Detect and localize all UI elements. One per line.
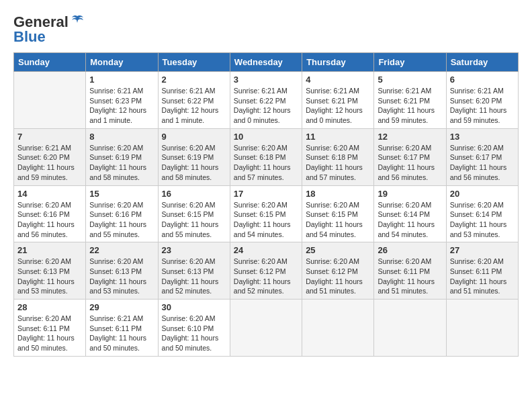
calendar-cell: 24Sunrise: 6:20 AMSunset: 6:12 PMDayligh…: [230, 242, 302, 300]
day-info: Sunrise: 6:20 AMSunset: 6:15 PMDaylight:…: [234, 200, 298, 240]
calendar-cell: 8Sunrise: 6:20 AMSunset: 6:19 PMDaylight…: [86, 128, 158, 185]
day-number: 10: [234, 132, 298, 142]
calendar-cell: 20Sunrise: 6:20 AMSunset: 6:14 PMDayligh…: [446, 185, 518, 242]
calendar-cell: 9Sunrise: 6:20 AMSunset: 6:19 PMDaylight…: [158, 128, 230, 185]
day-info: Sunrise: 6:21 AMSunset: 6:20 PMDaylight:…: [17, 143, 82, 183]
day-number: 19: [378, 189, 442, 199]
day-number: 25: [306, 245, 370, 255]
day-info: Sunrise: 6:20 AMSunset: 6:14 PMDaylight:…: [450, 200, 515, 240]
day-number: 15: [89, 189, 154, 199]
calendar-week-1: 1Sunrise: 6:21 AMSunset: 6:23 PMDaylight…: [14, 72, 519, 129]
day-number: 22: [89, 245, 154, 255]
day-number: 1: [89, 75, 154, 85]
calendar-week-4: 21Sunrise: 6:20 AMSunset: 6:13 PMDayligh…: [14, 242, 519, 300]
calendar-week-3: 14Sunrise: 6:20 AMSunset: 6:16 PMDayligh…: [14, 185, 519, 242]
day-number: 18: [306, 189, 370, 199]
col-thursday: Thursday: [302, 53, 374, 72]
col-sunday: Sunday: [14, 53, 86, 72]
day-number: 2: [162, 75, 226, 85]
calendar-cell: 2Sunrise: 6:21 AMSunset: 6:22 PMDaylight…: [158, 72, 230, 129]
calendar-cell: 29Sunrise: 6:21 AMSunset: 6:11 PMDayligh…: [86, 300, 158, 357]
calendar-cell: 1Sunrise: 6:21 AMSunset: 6:23 PMDaylight…: [86, 72, 158, 129]
day-number: 6: [450, 75, 515, 85]
calendar-cell: [446, 300, 518, 357]
calendar-cell: 27Sunrise: 6:20 AMSunset: 6:11 PMDayligh…: [446, 242, 518, 300]
day-info: Sunrise: 6:20 AMSunset: 6:10 PMDaylight:…: [162, 314, 226, 353]
day-info: Sunrise: 6:21 AMSunset: 6:11 PMDaylight:…: [89, 314, 154, 353]
day-number: 7: [17, 132, 82, 142]
day-info: Sunrise: 6:20 AMSunset: 6:14 PMDaylight:…: [378, 200, 442, 240]
page-header: General Blue: [13, 13, 519, 46]
col-wednesday: Wednesday: [230, 53, 302, 72]
col-friday: Friday: [374, 53, 446, 72]
day-info: Sunrise: 6:20 AMSunset: 6:16 PMDaylight:…: [17, 200, 82, 240]
col-monday: Monday: [86, 53, 158, 72]
calendar-cell: 14Sunrise: 6:20 AMSunset: 6:16 PMDayligh…: [14, 185, 86, 242]
day-info: Sunrise: 6:21 AMSunset: 6:20 PMDaylight:…: [450, 86, 515, 126]
calendar-cell: 25Sunrise: 6:20 AMSunset: 6:12 PMDayligh…: [302, 242, 374, 300]
day-info: Sunrise: 6:20 AMSunset: 6:16 PMDaylight:…: [89, 200, 154, 240]
day-info: Sunrise: 6:20 AMSunset: 6:19 PMDaylight:…: [162, 143, 226, 183]
calendar-cell: [302, 300, 374, 357]
col-tuesday: Tuesday: [158, 53, 230, 72]
day-info: Sunrise: 6:20 AMSunset: 6:15 PMDaylight:…: [162, 200, 226, 240]
day-number: 16: [162, 189, 226, 199]
day-info: Sunrise: 6:20 AMSunset: 6:13 PMDaylight:…: [162, 257, 226, 296]
day-number: 24: [234, 245, 298, 255]
day-number: 30: [162, 302, 226, 312]
day-number: 27: [450, 245, 515, 255]
day-number: 13: [450, 132, 515, 142]
day-info: Sunrise: 6:20 AMSunset: 6:11 PMDaylight:…: [17, 314, 82, 353]
day-info: Sunrise: 6:21 AMSunset: 6:23 PMDaylight:…: [89, 86, 154, 126]
day-number: 21: [17, 245, 82, 255]
calendar-cell: 18Sunrise: 6:20 AMSunset: 6:15 PMDayligh…: [302, 185, 374, 242]
calendar-cell: 6Sunrise: 6:21 AMSunset: 6:20 PMDaylight…: [446, 72, 518, 129]
day-number: 23: [162, 245, 226, 255]
day-number: 29: [89, 302, 154, 312]
day-info: Sunrise: 6:20 AMSunset: 6:17 PMDaylight:…: [450, 143, 515, 183]
calendar-cell: 28Sunrise: 6:20 AMSunset: 6:11 PMDayligh…: [14, 300, 86, 357]
day-number: 17: [234, 189, 298, 199]
calendar-cell: 19Sunrise: 6:20 AMSunset: 6:14 PMDayligh…: [374, 185, 446, 242]
day-info: Sunrise: 6:21 AMSunset: 6:21 PMDaylight:…: [306, 86, 370, 126]
day-info: Sunrise: 6:20 AMSunset: 6:18 PMDaylight:…: [306, 143, 370, 183]
calendar-table: Sunday Monday Tuesday Wednesday Thursday…: [13, 52, 519, 357]
day-number: 5: [378, 75, 442, 85]
calendar-cell: [374, 300, 446, 357]
day-info: Sunrise: 6:20 AMSunset: 6:18 PMDaylight:…: [234, 143, 298, 183]
calendar-cell: 10Sunrise: 6:20 AMSunset: 6:18 PMDayligh…: [230, 128, 302, 185]
calendar-cell: [230, 300, 302, 357]
calendar-cell: 22Sunrise: 6:20 AMSunset: 6:13 PMDayligh…: [86, 242, 158, 300]
calendar-header-row: Sunday Monday Tuesday Wednesday Thursday…: [14, 53, 519, 72]
logo-bird-icon: [70, 13, 85, 28]
calendar-cell: 30Sunrise: 6:20 AMSunset: 6:10 PMDayligh…: [158, 300, 230, 357]
calendar-cell: 4Sunrise: 6:21 AMSunset: 6:21 PMDaylight…: [302, 72, 374, 129]
day-info: Sunrise: 6:20 AMSunset: 6:11 PMDaylight:…: [378, 257, 442, 296]
day-info: Sunrise: 6:20 AMSunset: 6:13 PMDaylight:…: [17, 257, 82, 296]
calendar-cell: 3Sunrise: 6:21 AMSunset: 6:22 PMDaylight…: [230, 72, 302, 129]
day-number: 9: [162, 132, 226, 142]
calendar-cell: 11Sunrise: 6:20 AMSunset: 6:18 PMDayligh…: [302, 128, 374, 185]
day-info: Sunrise: 6:20 AMSunset: 6:13 PMDaylight:…: [89, 257, 154, 296]
calendar-cell: 26Sunrise: 6:20 AMSunset: 6:11 PMDayligh…: [374, 242, 446, 300]
calendar-cell: [14, 72, 86, 129]
day-number: 14: [17, 189, 82, 199]
day-info: Sunrise: 6:21 AMSunset: 6:22 PMDaylight:…: [162, 86, 226, 126]
day-info: Sunrise: 6:20 AMSunset: 6:17 PMDaylight:…: [378, 143, 442, 183]
calendar-cell: 13Sunrise: 6:20 AMSunset: 6:17 PMDayligh…: [446, 128, 518, 185]
calendar-cell: 7Sunrise: 6:21 AMSunset: 6:20 PMDaylight…: [14, 128, 86, 185]
col-saturday: Saturday: [446, 53, 518, 72]
day-number: 26: [378, 245, 442, 255]
day-number: 4: [306, 75, 370, 85]
day-info: Sunrise: 6:20 AMSunset: 6:12 PMDaylight:…: [234, 257, 298, 296]
day-info: Sunrise: 6:20 AMSunset: 6:12 PMDaylight:…: [306, 257, 370, 296]
logo-blue-text: Blue: [13, 28, 46, 46]
logo: General Blue: [13, 13, 85, 46]
calendar-cell: 5Sunrise: 6:21 AMSunset: 6:21 PMDaylight…: [374, 72, 446, 129]
calendar-week-2: 7Sunrise: 6:21 AMSunset: 6:20 PMDaylight…: [14, 128, 519, 185]
day-info: Sunrise: 6:20 AMSunset: 6:11 PMDaylight:…: [450, 257, 515, 296]
calendar-week-5: 28Sunrise: 6:20 AMSunset: 6:11 PMDayligh…: [14, 300, 519, 357]
day-info: Sunrise: 6:20 AMSunset: 6:15 PMDaylight:…: [306, 200, 370, 240]
day-info: Sunrise: 6:21 AMSunset: 6:21 PMDaylight:…: [378, 86, 442, 126]
calendar-cell: 15Sunrise: 6:20 AMSunset: 6:16 PMDayligh…: [86, 185, 158, 242]
